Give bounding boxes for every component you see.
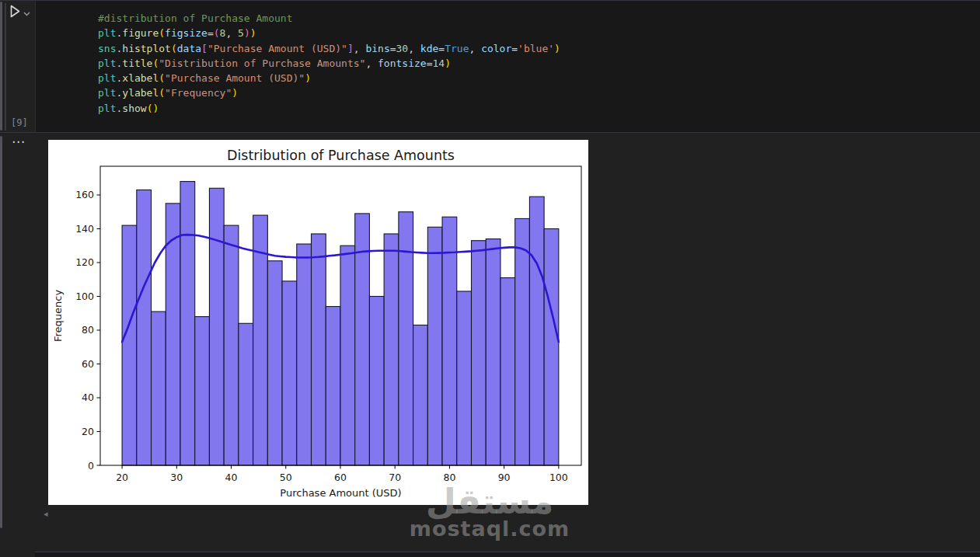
cell-bottom-border: [0, 132, 980, 133]
histogram-bar: [500, 278, 515, 465]
histogram-bar: [326, 307, 340, 465]
histogram-bar: [209, 188, 224, 465]
histogram-bar: [239, 323, 253, 465]
x-tick-label: 50: [280, 472, 292, 483]
y-tick-label: 40: [82, 392, 94, 403]
y-tick-label: 160: [75, 189, 94, 200]
histogram-bar: [137, 190, 152, 465]
y-tick-label: 80: [82, 324, 94, 336]
histogram-bar: [413, 325, 428, 465]
code-line: plt.xlabel("Purchase Amount (USD)"): [98, 71, 560, 85]
x-tick-label: 30: [170, 472, 183, 483]
code-line: plt.figure(figsize=(8, 5)): [98, 26, 560, 40]
histogram-bar: [544, 228, 559, 465]
play-icon: [9, 5, 21, 20]
next-cell-editor-strip: [35, 552, 980, 557]
histogram-bar: [195, 317, 210, 465]
histogram-chart: 2030405060708090100020406080100120140160…: [48, 140, 588, 505]
histogram-bar: [529, 197, 544, 465]
x-axis-label: Purchase Amount (USD): [280, 487, 401, 499]
code-editor-content[interactable]: #distribution of Purchase Amountplt.figu…: [98, 11, 560, 116]
y-tick-label: 100: [75, 291, 94, 302]
histogram-bar: [369, 296, 384, 465]
histogram-bar: [384, 234, 399, 465]
code-line: plt.title("Distribution of Purchase Amou…: [98, 56, 560, 71]
cell-border-guide: [5, 3, 6, 131]
chart-title: Distribution of Purchase Amounts: [227, 148, 455, 163]
histogram-bar: [340, 245, 355, 465]
run-cell-button[interactable]: [9, 3, 37, 22]
y-tick-label: 0: [88, 460, 94, 472]
histogram-bar: [267, 261, 282, 465]
histogram-bar: [399, 212, 413, 465]
execution-count: [9]: [11, 117, 28, 128]
histogram-bar: [486, 239, 500, 465]
histogram-bar: [515, 218, 530, 465]
histogram-bar: [472, 241, 487, 465]
x-tick-label: 100: [549, 472, 568, 483]
code-line: sns.histplot(data["Purchase Amount (USD)…: [98, 41, 560, 56]
collapse-output-icon[interactable]: ◂: [44, 509, 48, 519]
histogram-bar: [442, 217, 457, 465]
y-tick-label: 20: [82, 426, 94, 437]
x-tick-label: 40: [225, 472, 238, 483]
y-tick-label: 140: [75, 223, 94, 235]
cell-focus-bar: [0, 136, 2, 528]
code-cell-editor[interactable]: #distribution of Purchase Amountplt.figu…: [35, 1, 980, 132]
code-line: plt.ylabel("Frequency"): [98, 85, 560, 100]
chart-figure: 2030405060708090100020406080100120140160…: [48, 140, 588, 505]
histogram-bar: [122, 225, 137, 465]
histogram-bar: [224, 225, 239, 465]
y-axis-label: Frequency: [52, 290, 64, 342]
watermark-domain-text: mostaql.com: [392, 520, 587, 538]
x-tick-label: 80: [443, 472, 455, 483]
output-more-actions[interactable]: ⋯: [12, 134, 26, 149]
code-line: #distribution of Purchase Amount: [98, 11, 560, 26]
chevron-down-icon: [23, 7, 30, 19]
cell-focus-bar: [0, 2, 2, 131]
x-tick-label: 70: [389, 472, 401, 483]
histogram-bar: [297, 244, 312, 465]
x-tick-label: 60: [334, 472, 347, 483]
histogram-bar: [180, 182, 195, 465]
y-tick-label: 120: [75, 256, 94, 268]
x-tick-label: 20: [116, 472, 128, 483]
histogram-bar: [427, 227, 442, 465]
histogram-bar: [282, 281, 297, 465]
code-line: plt.show(): [98, 101, 560, 116]
y-tick-label: 60: [82, 358, 94, 370]
histogram-bar: [152, 312, 166, 465]
x-tick-label: 90: [498, 472, 511, 483]
histogram-bar: [312, 234, 326, 465]
histogram-bar: [457, 291, 472, 465]
